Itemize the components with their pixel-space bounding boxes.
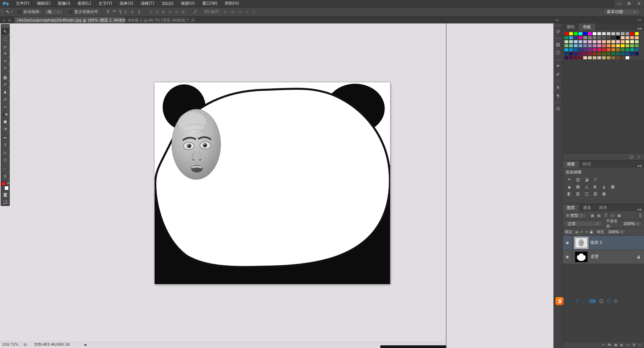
crop-tool[interactable]: ⌗	[1, 57, 9, 65]
clone-stamp-tool[interactable]: ♟	[1, 88, 9, 96]
gradient-tool[interactable]: ▆	[1, 111, 9, 118]
color-swatch[interactable]	[597, 32, 601, 36]
collapse-strip-icon[interactable]: ««	[555, 18, 559, 22]
color-swatch[interactable]	[611, 56, 615, 60]
swap-colors-icon[interactable]: ⇄	[7, 182, 9, 185]
color-swatch[interactable]	[621, 44, 625, 48]
auto-select-checkbox[interactable]	[18, 10, 21, 14]
lock-transparency-icon[interactable]: ▨	[575, 230, 578, 234]
opacity-field[interactable]: 100% ▾	[622, 221, 642, 227]
document-tab-2[interactable]: 未标题-1 @ 66.7% (背景, RGB/8) *×	[125, 17, 197, 23]
color-swatch[interactable]	[635, 48, 639, 52]
panel-menu-icon[interactable]: ▾≡	[638, 164, 644, 168]
lock-all-icon[interactable]	[590, 231, 593, 233]
color-swatch[interactable]	[564, 36, 569, 40]
color-swatch[interactable]	[569, 56, 573, 60]
color-swatch[interactable]	[616, 48, 620, 52]
color-swatch[interactable]	[597, 48, 601, 52]
distribute-hcenter-icon[interactable]: ▨	[173, 10, 180, 14]
color-swatch[interactable]	[606, 36, 611, 40]
brush-presets-panel-icon[interactable]: ✐	[554, 70, 562, 78]
tab-styles[interactable]: 样式	[579, 161, 595, 168]
color-swatch[interactable]	[616, 32, 620, 36]
color-swatch[interactable]	[635, 40, 639, 44]
dodge-tool[interactable]: ◔	[1, 125, 9, 133]
color-swatch[interactable]	[569, 32, 573, 36]
adjust-photo-filter-icon[interactable]: ◭	[600, 183, 608, 190]
color-swatch[interactable]	[564, 40, 569, 44]
color-swatch[interactable]	[592, 56, 597, 60]
collapse-dock-icon[interactable]: »»	[637, 18, 641, 22]
color-swatch[interactable]	[630, 36, 634, 40]
menu-edit[interactable]: 编辑(E)	[33, 0, 54, 7]
status-menu-arrow-icon[interactable]: ▶	[74, 343, 87, 346]
color-swatch[interactable]	[635, 36, 639, 40]
options-bar-grip[interactable]	[1, 9, 3, 15]
shape-tool[interactable]: ⬡	[1, 156, 9, 164]
show-transform-checkbox[interactable]	[69, 10, 72, 14]
lock-pixels-icon[interactable]: ✐	[580, 230, 583, 234]
tab-paths[interactable]: 路径	[595, 204, 611, 211]
adjust-selective-color-icon[interactable]: ▣	[600, 190, 608, 197]
color-swatch[interactable]	[602, 36, 606, 40]
color-swatch[interactable]	[602, 48, 606, 52]
color-swatch[interactable]	[635, 32, 639, 36]
color-swatch[interactable]	[635, 52, 639, 56]
visibility-eye-icon[interactable]: ◉	[563, 236, 572, 250]
history-brush-tool[interactable]: ↺	[1, 96, 9, 103]
color-swatch[interactable]	[564, 44, 569, 48]
type-tool[interactable]: T	[1, 142, 9, 149]
color-swatch[interactable]	[588, 44, 592, 48]
layer-style-button[interactable]: fx	[607, 343, 611, 347]
color-swatch[interactable]	[578, 44, 583, 48]
3d-panel-icon[interactable]: ⌬	[554, 105, 562, 113]
sogou-mode-chinese[interactable]: 中	[567, 298, 571, 304]
color-swatch[interactable]	[602, 56, 606, 60]
align-right-icon[interactable]: ▐	[136, 10, 142, 14]
color-swatch[interactable]	[583, 52, 587, 56]
color-swatch[interactable]	[625, 32, 630, 36]
canvas-area[interactable]: 159.72% ▤ 文档:483.4K/995.1K ▶	[0, 23, 446, 348]
distribute-top-icon[interactable]: ▤	[147, 10, 154, 14]
3d-zoom-icon[interactable]: ◇	[250, 10, 257, 14]
color-swatch[interactable]	[602, 44, 606, 48]
filter-shape-icon[interactable]: ▭	[609, 213, 615, 218]
filter-kind-dropdown[interactable]: ⚲ 类型 ⇕	[565, 213, 586, 218]
filter-pixel-icon[interactable]: ▦	[589, 213, 595, 218]
new-adjustment-button[interactable]: ◐	[620, 343, 623, 347]
character-panel-icon[interactable]: A	[554, 83, 562, 91]
color-swatch[interactable]	[606, 44, 611, 48]
layer-name[interactable]: 图层 2	[590, 240, 602, 246]
color-swatch[interactable]	[625, 36, 630, 40]
tab-color[interactable]: 颜色	[563, 23, 579, 30]
color-swatch[interactable]	[635, 44, 639, 48]
3d-rotate-icon[interactable]: ↻	[221, 10, 229, 14]
tab-channels[interactable]: 通道	[579, 204, 595, 211]
path-selection-tool[interactable]: ▷	[1, 149, 9, 156]
background-thumbnail[interactable]	[575, 252, 588, 262]
color-swatch[interactable]	[597, 40, 601, 44]
lasso-tool[interactable]: ℘	[1, 43, 9, 50]
color-swatch[interactable]	[597, 52, 601, 56]
color-swatch[interactable]	[583, 36, 587, 40]
filter-adjustment-icon[interactable]: ◐	[596, 213, 602, 218]
filter-type-icon[interactable]: T	[603, 213, 609, 218]
color-swatch[interactable]	[597, 44, 601, 48]
menu-type[interactable]: 文字(Y)	[95, 0, 116, 7]
color-swatch[interactable]	[611, 52, 615, 56]
color-swatch[interactable]	[630, 52, 634, 56]
sogou-toolbox-icon[interactable]: ⚙	[613, 298, 618, 304]
color-swatch[interactable]	[574, 52, 578, 56]
quick-mask-button[interactable]: ◙	[1, 191, 9, 198]
3d-drag-icon[interactable]: ✛	[236, 10, 244, 14]
auto-align-icon[interactable]: ▞	[192, 10, 198, 14]
color-swatch[interactable]	[578, 36, 583, 40]
align-vcenter-icon[interactable]: ▀	[111, 10, 117, 14]
zoom-tool[interactable]: ⚲	[1, 173, 9, 180]
color-swatch[interactable]	[602, 32, 606, 36]
color-swatch[interactable]	[606, 40, 611, 44]
eraser-tool[interactable]: ▱	[1, 103, 9, 111]
adjust-brightness-contrast-icon[interactable]: ☀	[565, 176, 574, 183]
document-canvas[interactable]	[155, 82, 390, 284]
workspace-switcher[interactable]: 基本功能 ⇕	[603, 9, 640, 15]
